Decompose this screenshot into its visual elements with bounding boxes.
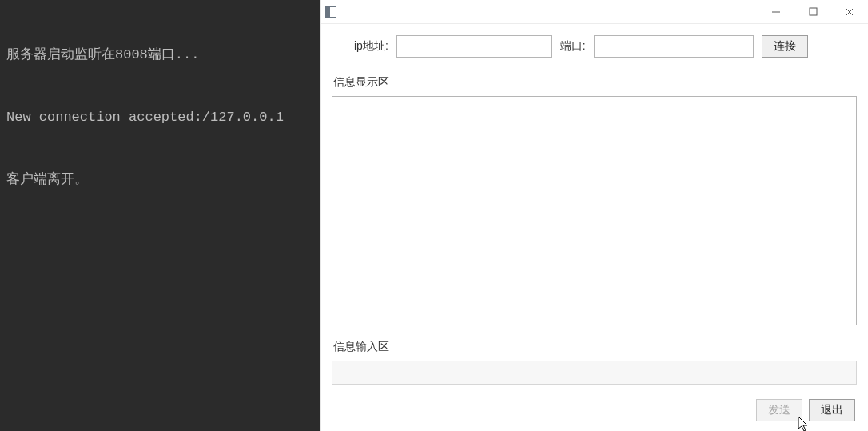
terminal-panel: 服务器启动监听在8008端口... New connection accepte… xyxy=(0,0,320,431)
app-icon xyxy=(325,6,336,18)
input-area-label: 信息输入区 xyxy=(333,340,857,354)
ip-label: ip地址: xyxy=(354,39,388,54)
message-input[interactable] xyxy=(332,361,857,385)
close-button[interactable] xyxy=(831,0,868,24)
send-button[interactable]: 发送 xyxy=(756,399,802,421)
port-input[interactable] xyxy=(594,35,754,58)
display-area-label: 信息显示区 xyxy=(333,75,857,90)
message-display-area[interactable] xyxy=(332,96,857,325)
exit-button[interactable]: 退出 xyxy=(809,399,855,421)
minimize-button[interactable] xyxy=(758,0,794,24)
terminal-line: 客户端离开。 xyxy=(6,170,313,190)
connection-row: ip地址: 端口: 连接 xyxy=(340,35,857,58)
connect-button[interactable]: 连接 xyxy=(762,35,808,58)
terminal-line: 服务器启动监听在8008端口... xyxy=(6,45,313,66)
maximize-icon xyxy=(809,7,818,16)
titlebar xyxy=(321,0,868,24)
terminal-line: New connection accepted:/127.0.0.1 xyxy=(6,107,313,128)
close-icon xyxy=(845,7,854,17)
maximize-button[interactable] xyxy=(794,0,831,24)
minimize-icon xyxy=(771,7,781,17)
action-row: 发送 退出 xyxy=(332,385,857,425)
ip-input[interactable] xyxy=(396,35,552,58)
client-window: ip地址: 端口: 连接 信息显示区 信息输入区 发送 退出 xyxy=(320,0,868,431)
svg-rect-1 xyxy=(810,8,817,15)
port-label: 端口: xyxy=(560,39,586,54)
